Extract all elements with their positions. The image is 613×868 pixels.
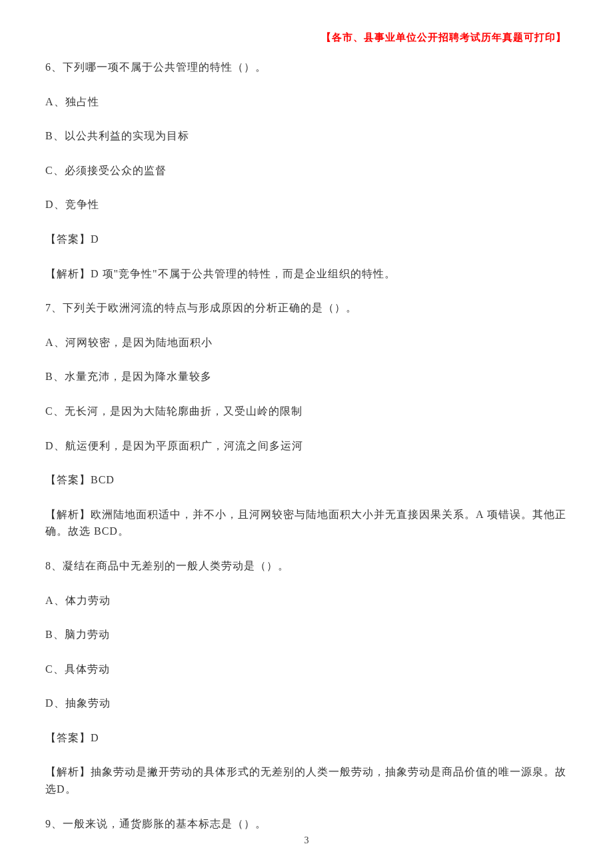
q8-option-c: C、具体劳动 — [45, 661, 568, 678]
document-content: 6、下列哪一项不属于公共管理的特性（）。 A、独占性 B、以公共利益的实现为目标… — [45, 59, 568, 832]
q8-stem: 8、凝结在商品中无差别的一般人类劳动是（）。 — [45, 557, 568, 575]
q8-option-d: D、抽象劳动 — [45, 695, 568, 712]
q7-analysis: 【解析】欧洲陆地面积适中，并不小，且河网较密与陆地面积大小并无直接因果关系。A … — [45, 506, 568, 540]
q6-option-b: B、以公共利益的实现为目标 — [45, 127, 568, 145]
q8-answer: 【答案】D — [45, 729, 568, 747]
q7-option-b: B、水量充沛，是因为降水量较多 — [45, 368, 568, 385]
q6-analysis: 【解析】D 项"竞争性"不属于公共管理的特性，而是企业组织的特性。 — [45, 265, 568, 283]
q7-option-c: C、无长河，是因为大陆轮廓曲折，又受山岭的限制 — [45, 403, 568, 420]
q8-analysis: 【解析】抽象劳动是撇开劳动的具体形式的无差别的人类一般劳动，抽象劳动是商品价值的… — [45, 763, 568, 797]
q9-stem: 9、一般来说，通货膨胀的基本标志是（）。 — [45, 815, 568, 833]
q8-option-a: A、体力劳动 — [45, 592, 568, 609]
q6-option-a: A、独占性 — [45, 93, 568, 111]
q7-answer: 【答案】BCD — [45, 471, 568, 489]
q7-option-d: D、航运便利，是因为平原面积广，河流之间多运河 — [45, 437, 568, 455]
page-number: 3 — [0, 835, 613, 846]
q7-stem: 7、下列关于欧洲河流的特点与形成原因的分析正确的是（）。 — [45, 299, 568, 317]
q6-option-d: D、竞争性 — [45, 196, 568, 213]
q6-option-c: C、必须接受公众的监督 — [45, 162, 568, 179]
document-header: 【各市、县事业单位公开招聘考试历年真题可打印】 — [321, 31, 566, 44]
q6-stem: 6、下列哪一项不属于公共管理的特性（）。 — [45, 59, 568, 76]
q7-option-a: A、河网较密，是因为陆地面积小 — [45, 334, 568, 351]
q6-answer: 【答案】D — [45, 231, 568, 248]
q8-option-b: B、脑力劳动 — [45, 626, 568, 643]
